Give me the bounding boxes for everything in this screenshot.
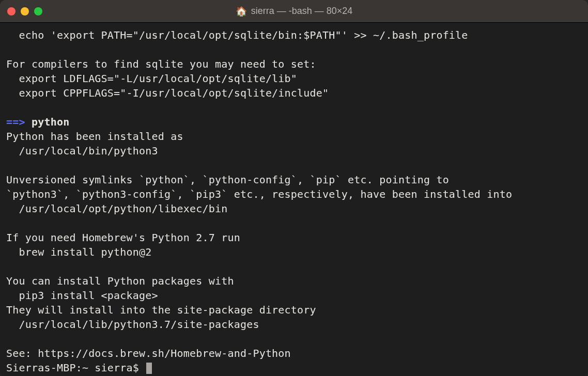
output-line: /usr/local/lib/python3.7/site-packages	[6, 318, 259, 331]
output-line: Unversioned symlinks `python`, `python-c…	[6, 174, 449, 186]
terminal-output[interactable]: echo 'export PATH="/usr/local/opt/sqlite…	[0, 23, 588, 376]
output-line: `python3`, `python3-config`, `pip3` etc.…	[6, 188, 512, 200]
shell-prompt: Sierras-MBP:~ sierra$	[6, 362, 145, 374]
window-title: 🏠 sierra — -bash — 80×24	[0, 6, 588, 17]
output-line: echo 'export PATH="/usr/local/opt/sqlite…	[6, 29, 468, 41]
caveat-heading: python	[25, 116, 70, 128]
terminal-window: 🏠 sierra — -bash — 80×24 echo 'export PA…	[0, 0, 588, 376]
output-line: Python has been installed as	[6, 130, 183, 143]
output-line: For compilers to find sqlite you may nee…	[6, 58, 316, 70]
caveat-arrow: ==>	[6, 116, 25, 128]
output-line: export LDFLAGS="-L/usr/local/opt/sqlite/…	[6, 72, 297, 85]
output-line: /usr/local/bin/python3	[6, 145, 158, 157]
maximize-button[interactable]	[34, 7, 42, 15]
titlebar: 🏠 sierra — -bash — 80×24	[0, 0, 588, 23]
output-line: They will install into the site-package …	[6, 304, 316, 316]
home-icon: 🏠	[236, 7, 247, 16]
output-line: brew install python@2	[6, 246, 152, 258]
output-line: See: https://docs.brew.sh/Homebrew-and-P…	[6, 347, 291, 359]
cursor	[146, 363, 152, 374]
output-line: If you need Homebrew's Python 2.7 run	[6, 231, 240, 244]
output-line: You can install Python packages with	[6, 275, 234, 287]
window-title-text: sierra — -bash — 80×24	[251, 6, 353, 17]
output-line: /usr/local/opt/python/libexec/bin	[6, 202, 227, 215]
close-button[interactable]	[7, 7, 16, 15]
minimize-button[interactable]	[21, 7, 29, 15]
traffic-lights	[7, 7, 42, 15]
output-line: pip3 install <package>	[6, 289, 158, 302]
output-line: export CPPFLAGS="-I/usr/local/opt/sqlite…	[6, 87, 329, 99]
